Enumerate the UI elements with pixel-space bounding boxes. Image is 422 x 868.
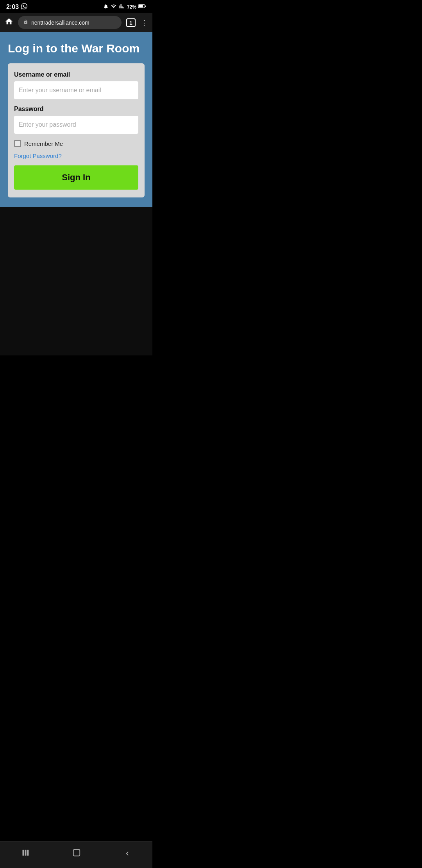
login-card: Log in to the War Room Username or email… [0,32,152,207]
form-container: Username or email Password Remember Me F… [8,63,145,197]
home-button[interactable] [5,17,13,28]
svg-rect-2 [139,5,143,8]
tab-counter-button[interactable]: 1 [126,18,136,27]
remember-me-checkbox[interactable] [14,140,21,147]
username-input[interactable] [14,81,138,99]
alarm-icon [103,4,109,10]
browser-menu-button[interactable]: ⋮ [140,18,148,27]
battery-percent: 72% [127,4,136,10]
username-label: Username or email [14,71,138,78]
lock-icon [23,19,28,26]
sign-in-button[interactable]: Sign In [14,165,138,190]
whatsapp-icon [21,3,27,11]
status-left: 2:03 [6,3,27,11]
status-bar: 2:03 72% [0,0,152,13]
signal-icon [119,4,125,10]
remember-me-label: Remember Me [24,140,63,147]
status-right: 72% [103,4,146,10]
browser-chrome: nenttradersalliance.com 1 ⋮ [0,13,152,32]
battery-icon [138,4,146,10]
address-bar[interactable]: nenttradersalliance.com [18,16,122,29]
address-text: nenttradersalliance.com [31,20,89,26]
forgot-password-link[interactable]: Forgot Password? [14,152,138,159]
password-input[interactable] [14,116,138,134]
password-label: Password [14,106,138,113]
remember-me-row: Remember Me [14,140,138,147]
dark-background-area [0,207,152,355]
status-time: 2:03 [6,4,19,11]
login-title: Log in to the War Room [8,41,145,56]
wifi-icon [111,4,117,10]
page-content: Log in to the War Room Username or email… [0,32,152,355]
svg-rect-1 [145,5,146,7]
